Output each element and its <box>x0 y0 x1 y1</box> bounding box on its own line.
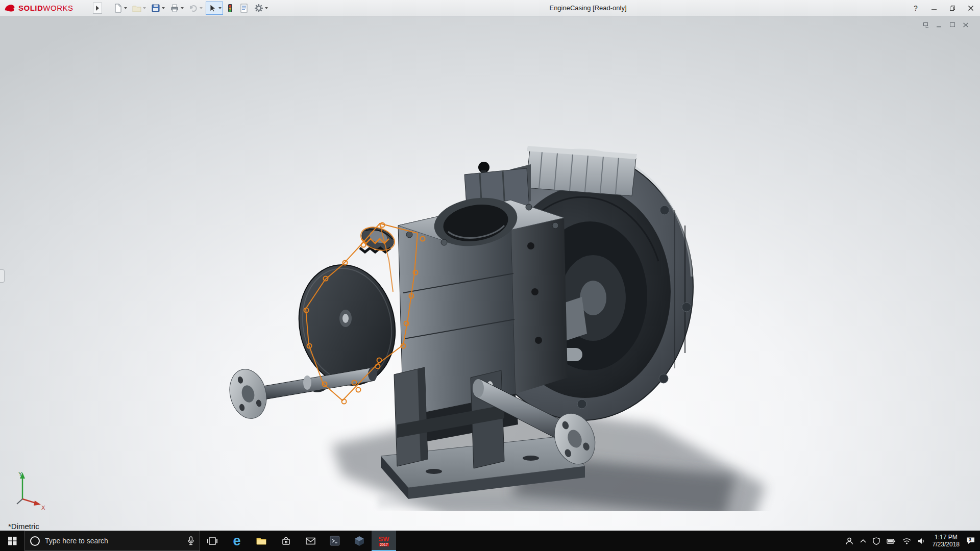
taskbar-clock[interactable]: 1:17 PM 7/23/2018 <box>933 534 960 548</box>
print-icon <box>169 3 180 13</box>
windows-taskbar: e <box>0 531 980 551</box>
window-controls: ? <box>906 0 980 16</box>
triad-y-label: Y <box>18 471 22 477</box>
people-tray-icon[interactable] <box>845 537 853 545</box>
window-close-button[interactable] <box>962 0 980 16</box>
print-button[interactable] <box>168 2 185 15</box>
app-cube-button[interactable] <box>347 531 372 551</box>
action-center-button[interactable]: 3 <box>966 537 975 545</box>
doc-minimize-icon <box>936 22 942 28</box>
store-bag-icon <box>281 536 291 545</box>
rebuild-button[interactable] <box>225 2 236 15</box>
cursor-arrow-icon <box>207 3 217 13</box>
flyout-arrow-icon <box>96 6 99 11</box>
minimize-icon <box>931 5 937 11</box>
reference-triad: Y X <box>11 469 47 510</box>
hidden-icons-chevron[interactable] <box>860 539 866 543</box>
file-properties-icon <box>239 3 249 13</box>
undo-icon <box>188 3 199 13</box>
doc-minimize-button[interactable] <box>934 20 944 30</box>
clock-time: 1:17 PM <box>933 534 960 541</box>
gear-icon <box>254 3 264 13</box>
notification-count-badge: 3 <box>969 537 971 542</box>
brand-text-bold: SOLID <box>18 4 43 12</box>
brand-text-light: WORKS <box>43 4 73 12</box>
help-button[interactable]: ? <box>906 0 925 16</box>
save-floppy-icon <box>151 3 161 13</box>
file-explorer-icon <box>256 537 266 545</box>
doc-close-button[interactable] <box>961 20 971 30</box>
ds-swoosh-icon <box>4 3 16 13</box>
file-explorer-taskbar-button[interactable] <box>249 531 274 551</box>
edge-taskbar-button[interactable]: e <box>225 531 249 551</box>
app-dark-tile-button[interactable] <box>323 531 347 551</box>
mail-envelope-icon <box>306 537 315 545</box>
undo-button[interactable] <box>187 2 204 15</box>
task-view-button[interactable] <box>200 531 225 551</box>
engine-casing-model[interactable] <box>225 139 776 511</box>
solidworks-window: SOLIDWORKS <box>0 0 980 551</box>
mail-taskbar-button[interactable] <box>298 531 323 551</box>
view-orientation-label: *Dimetric <box>8 522 39 531</box>
document-window-controls <box>921 20 971 30</box>
titlebar: SOLIDWORKS <box>0 0 980 16</box>
cortana-icon <box>30 536 40 546</box>
save-button[interactable] <box>149 2 166 15</box>
open-folder-icon <box>132 3 142 13</box>
rebuild-traffic-light-icon <box>226 3 234 13</box>
help-label: ? <box>914 4 918 12</box>
start-button[interactable] <box>0 531 24 551</box>
toolbar-flyout-button[interactable] <box>93 3 102 14</box>
doc-maximize-button[interactable] <box>947 20 958 30</box>
solidworks-logo: SOLIDWORKS <box>4 3 91 13</box>
document-title: EngineCasing [Read-only] <box>270 4 906 12</box>
store-taskbar-button[interactable] <box>274 531 298 551</box>
restore-icon <box>949 5 955 11</box>
options-button[interactable] <box>252 2 270 15</box>
task-view-icon <box>207 537 217 545</box>
windows-logo-icon <box>8 537 17 545</box>
microphone-icon[interactable] <box>187 536 194 545</box>
open-button[interactable] <box>130 2 148 15</box>
select-tool-button[interactable] <box>206 2 223 15</box>
quick-access-toolbar <box>111 2 270 15</box>
solidworks-year-badge: 2017 <box>379 543 389 546</box>
solidworks-app-icon: SW <box>379 536 389 542</box>
close-icon <box>968 5 974 11</box>
triad-x-label: X <box>41 505 45 510</box>
system-tray: 1:17 PM 7/23/2018 3 <box>845 531 980 551</box>
left-shaft <box>225 365 377 422</box>
window-minimize-button[interactable] <box>925 0 943 16</box>
edge-icon: e <box>233 534 240 548</box>
doc-restore-down-icon <box>923 22 929 28</box>
graphics-viewport[interactable]: Y X *Dimetric <box>0 16 980 531</box>
window-restore-button[interactable] <box>943 0 962 16</box>
volume-icon[interactable] <box>918 537 926 545</box>
doc-close-icon <box>963 22 969 28</box>
network-wifi-icon[interactable] <box>902 537 911 544</box>
security-shield-icon[interactable] <box>873 537 880 545</box>
file-properties-button[interactable] <box>237 2 251 15</box>
solidworks-taskbar-button[interactable]: SW 2017 <box>372 531 396 551</box>
app-dark-tile-icon <box>330 536 340 546</box>
panel-flyout-handle[interactable] <box>0 269 5 283</box>
clock-date: 7/23/2018 <box>933 541 960 548</box>
doc-maximize-icon <box>949 22 955 28</box>
battery-icon[interactable] <box>887 537 896 545</box>
doc-restore-down-button[interactable] <box>921 20 931 30</box>
new-document-icon <box>113 3 123 13</box>
taskbar-search[interactable] <box>24 531 200 551</box>
new-document-button[interactable] <box>111 2 129 15</box>
cube-3d-icon <box>354 536 364 546</box>
search-input[interactable] <box>45 537 182 545</box>
